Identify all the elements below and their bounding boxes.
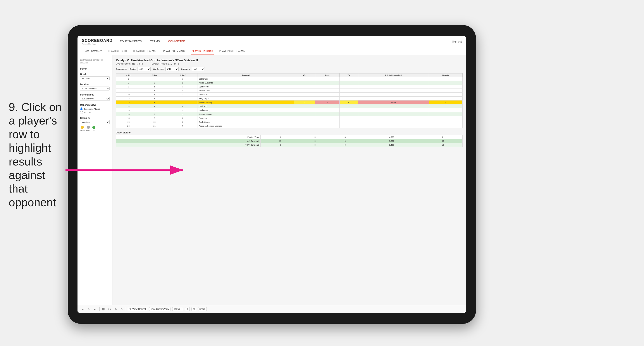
ood-td-rounds: 30: [423, 139, 462, 143]
player-rank-select[interactable]: 8. Katelyn Vo: [80, 97, 110, 101]
td-div: 15: [116, 108, 141, 112]
ood-table-row[interactable]: NCAA Division 25007.40010: [116, 143, 462, 147]
sign-out-button[interactable]: Sign out: [452, 40, 462, 43]
td-name: Heejo Hyun: [198, 97, 294, 101]
share-btn[interactable]: Share: [198, 307, 207, 311]
colour-up-label: Up: [92, 129, 95, 131]
table-row[interactable]: 131Heejo Hyun: [116, 97, 462, 101]
conference-select[interactable]: (All): [166, 67, 178, 71]
td-div: 3: [116, 77, 141, 81]
td-name: Euna Lee: [198, 116, 294, 120]
division-record-label: Division Record: 331 - 34 - 6: [152, 63, 179, 65]
table-header-row: # Div # Reg # Conf Opponent Win Loss Tie…: [116, 73, 462, 77]
td-win: [294, 112, 315, 116]
td-loss: [315, 93, 340, 97]
grid-view-btn[interactable]: ⊡: [192, 307, 196, 311]
save-custom-view-btn[interactable]: Save Custom View: [149, 307, 170, 311]
sub-nav: TEAM SUMMARY TEAM H2H GRID TEAM H2H HEAT…: [78, 47, 466, 55]
sub-nav-team-h2h-heatmap[interactable]: TEAM H2H HEATMAP: [132, 47, 158, 55]
ood-table-row[interactable]: Foreign Team1004.5002: [116, 135, 462, 139]
nav-committee[interactable]: COMMITTEE: [167, 40, 186, 43]
ood-td-name: NCAA Division 2: [116, 143, 261, 147]
table-row[interactable]: 914Sharon Mun: [116, 89, 462, 93]
sidebar-player-rank-section: Player (Rank) 8. Katelyn Vo: [80, 94, 110, 101]
radio-opponents-played[interactable]: Opponents Played: [80, 108, 110, 110]
pencil-icon[interactable]: ✎: [114, 307, 118, 311]
back-btn[interactable]: ↩: [93, 307, 98, 311]
td-conf: 2: [168, 116, 198, 120]
nav-teams[interactable]: TEAMS: [149, 40, 161, 43]
table-row[interactable]: 522Alexis Sudjianto: [116, 81, 462, 85]
tablet-device: SCOREBOARD Powered by clippd TOURNAMENTS…: [68, 25, 476, 324]
td-tie: 0: [340, 101, 358, 104]
watch-btn[interactable]: Watch ▾: [172, 307, 183, 311]
td-win: [294, 104, 315, 108]
ood-td-name: Foreign Team: [116, 135, 261, 139]
grid-record: Overall Record: 353 - 34 - 6 Division Re…: [116, 63, 462, 65]
add-btn[interactable]: ⊕: [185, 307, 190, 311]
td-reg: 1: [141, 97, 168, 101]
table-row[interactable]: 1474Eunice Yi: [116, 104, 462, 108]
table-row[interactable]: 1585Stella Chang: [116, 108, 462, 112]
th-rounds: Rounds: [429, 73, 462, 77]
table-row[interactable]: 613Sydney Kuo: [116, 85, 462, 89]
refresh-btn[interactable]: ⟳: [120, 307, 124, 311]
ood-table-row[interactable]: NAIA Division 115009.26730: [116, 139, 462, 143]
td-tie: [340, 124, 358, 128]
td-rounds: [429, 120, 462, 124]
overall-record-label: Overall Record: 353 - 34 - 6: [116, 63, 143, 65]
td-reg: 10: [141, 120, 168, 124]
th-conf: # Conf: [168, 73, 198, 77]
td-name: Emily Chang: [198, 120, 294, 124]
division-select[interactable]: NCAA Division III: [80, 87, 110, 90]
grid-area: Katelyn Vo Head-to-Head Grid for Women's…: [112, 55, 466, 305]
sub-nav-team-h2h-grid[interactable]: TEAM H2H GRID: [108, 47, 127, 55]
region-select[interactable]: (All): [138, 67, 151, 71]
colour-select[interactable]: Win/loss: [80, 120, 110, 124]
td-reg: 1: [141, 101, 168, 104]
td-loss: 1: [315, 101, 340, 104]
nav-tournaments[interactable]: TOURNAMENTS: [119, 40, 142, 43]
td-div: 6: [116, 85, 141, 89]
toolbar-divider-2: [126, 307, 126, 311]
ood-td-win: 15: [261, 139, 300, 143]
cut-btn[interactable]: ✂: [108, 307, 112, 311]
table-row[interactable]: 1822Euna Lee: [116, 116, 462, 120]
bottom-toolbar: ↩ ↪ ↩ ⊞ ✂ ✎ ⟳ 👁 View: Original Save Cust…: [78, 305, 466, 313]
grid-btn[interactable]: ⊞: [101, 307, 106, 311]
td-loss: [315, 81, 340, 85]
sub-nav-player-summary[interactable]: PLAYER SUMMARY: [163, 47, 186, 55]
table-row[interactable]: 20117Federica Domecq Lacroze: [116, 124, 462, 128]
td-win: [294, 120, 315, 124]
td-diff: [358, 108, 429, 112]
region-filter: Region (All): [130, 67, 151, 71]
nav-bar: SCOREBOARD Powered by clippd TOURNAMENTS…: [78, 36, 466, 47]
gender-select[interactable]: Women's: [80, 76, 110, 80]
td-reg: 8: [141, 108, 168, 112]
sub-nav-player-h2h-grid[interactable]: PLAYER H2H GRID: [191, 47, 214, 55]
sub-nav-player-h2h-heatmap[interactable]: PLAYER H2H HEATMAP: [219, 47, 247, 55]
td-tie: [340, 108, 358, 112]
td-div: 9: [116, 89, 141, 93]
td-loss: [315, 108, 340, 112]
colour-up-dot: [92, 126, 96, 129]
grid-title: Katelyn Vo Head-to-Head Grid for Women's…: [116, 59, 462, 62]
table-row[interactable]: 131Jessica Huang010-3.002: [116, 101, 462, 104]
th-loss: Loss: [315, 73, 340, 77]
td-win: [294, 77, 315, 81]
table-row[interactable]: 31Esther Lee: [116, 77, 462, 81]
td-name: Jessica Mason: [198, 112, 294, 116]
table-row[interactable]: 19106Emily Chang: [116, 120, 462, 124]
td-rounds: [429, 108, 462, 112]
redo-btn[interactable]: ↪: [87, 307, 92, 311]
td-rounds: [429, 89, 462, 93]
sub-nav-team-summary[interactable]: TEAM SUMMARY: [82, 47, 102, 55]
td-rounds: 2: [429, 101, 462, 104]
undo-btn[interactable]: ↩: [81, 307, 85, 311]
view-original-btn[interactable]: 👁 View: Original: [128, 307, 147, 311]
opponent-select[interactable]: (All): [192, 67, 205, 71]
radio-top-100[interactable]: Top 100: [80, 111, 110, 114]
td-tie: [340, 104, 358, 108]
table-row[interactable]: 1691Jessica Mason: [116, 112, 462, 116]
table-row[interactable]: 1063Andrea York: [116, 93, 462, 97]
